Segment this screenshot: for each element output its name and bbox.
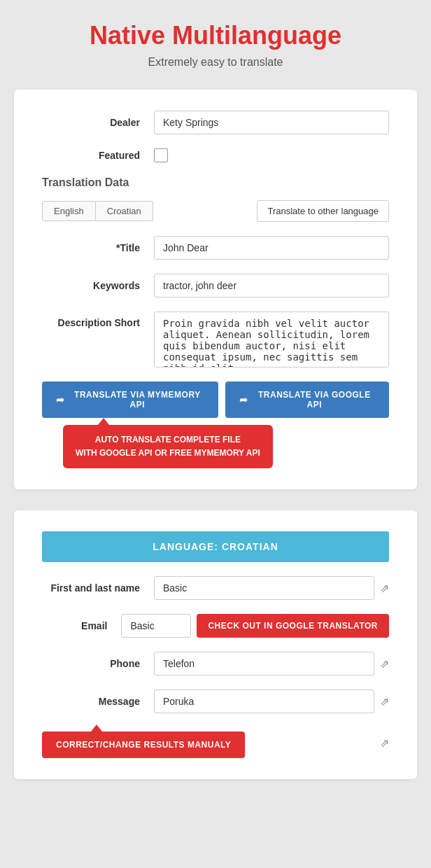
action-buttons: ➦ TRANSLATE VIA MYMEMORY API ➦ TRANSLATE… bbox=[42, 382, 389, 418]
featured-checkbox[interactable] bbox=[154, 148, 168, 162]
first-last-wrapper: ⇗ bbox=[154, 576, 389, 600]
language-banner: LANGUAGE: CROATIAN bbox=[42, 531, 389, 562]
email-row-inner: CHECK OUT IN GOOGLE TRANSLATOR bbox=[121, 614, 389, 638]
featured-label: Featured bbox=[42, 150, 154, 161]
page-title: Native Multilanguage bbox=[14, 21, 417, 50]
message-input[interactable] bbox=[154, 690, 374, 713]
bottom-row: CORRECT/CHANGE RESULTS MANUALY ⇗ bbox=[42, 727, 389, 758]
translate-google-button[interactable]: ➦ TRANSLATE VIA GOOGLE API bbox=[225, 382, 389, 418]
message-share-icon[interactable]: ⇗ bbox=[380, 695, 389, 708]
page-subtitle: Extremely easy to translate bbox=[14, 56, 417, 69]
phone-input[interactable] bbox=[154, 652, 374, 676]
title-input[interactable] bbox=[154, 236, 389, 260]
email-label: Email bbox=[42, 620, 121, 631]
auto-translate-tooltip: AUTO TRANSLATE COMPLETE FILE WITH GOOGLE… bbox=[63, 425, 273, 468]
translation-data-section-title: Translation Data bbox=[42, 176, 389, 189]
card-translation-form: Dealer Featured Translation Data English… bbox=[14, 90, 417, 489]
phone-label: Phone bbox=[42, 658, 154, 669]
dealer-input[interactable] bbox=[154, 111, 389, 134]
card-croatian-form: LANGUAGE: CROATIAN First and last name ⇗… bbox=[14, 510, 417, 779]
first-last-input[interactable] bbox=[154, 576, 374, 600]
message-label: Message bbox=[42, 696, 154, 707]
keywords-input[interactable] bbox=[154, 274, 389, 298]
description-short-textarea[interactable]: Proin gravida nibh vel velit auctor aliq… bbox=[154, 312, 389, 368]
phone-wrapper: ⇗ bbox=[154, 652, 389, 676]
translate-mymemory-button[interactable]: ➦ TRANSLATE VIA MYMEMORY API bbox=[42, 382, 218, 418]
first-last-label: First and last name bbox=[42, 582, 154, 594]
message-wrapper: ⇗ bbox=[154, 690, 389, 713]
translate-to-other-language-button[interactable]: Translate to other language bbox=[257, 200, 389, 222]
correct-change-results-button[interactable]: CORRECT/CHANGE RESULTS MANUALY bbox=[42, 732, 245, 758]
translate-mymemory-icon: ➦ bbox=[56, 394, 65, 405]
title-label: *Title bbox=[42, 242, 154, 253]
tab-english[interactable]: English bbox=[42, 201, 96, 221]
description-short-label: Description Short bbox=[42, 312, 154, 328]
check-google-translator-button[interactable]: CHECK OUT IN GOOGLE TRANSLATOR bbox=[197, 614, 389, 638]
keywords-label: Keywords bbox=[42, 280, 154, 291]
first-last-share-icon[interactable]: ⇗ bbox=[380, 582, 389, 595]
tab-croatian[interactable]: Croatian bbox=[96, 201, 153, 221]
dealer-label: Dealer bbox=[42, 117, 154, 128]
translate-google-icon: ➦ bbox=[239, 394, 248, 405]
bottom-share-icon[interactable]: ⇗ bbox=[380, 736, 389, 750]
phone-share-icon[interactable]: ⇗ bbox=[380, 657, 389, 671]
correct-results-tooltip-wrapper: CORRECT/CHANGE RESULTS MANUALY bbox=[42, 732, 245, 758]
language-tabs-row: English Croatian Translate to other lang… bbox=[42, 200, 389, 222]
email-input[interactable] bbox=[121, 614, 191, 638]
